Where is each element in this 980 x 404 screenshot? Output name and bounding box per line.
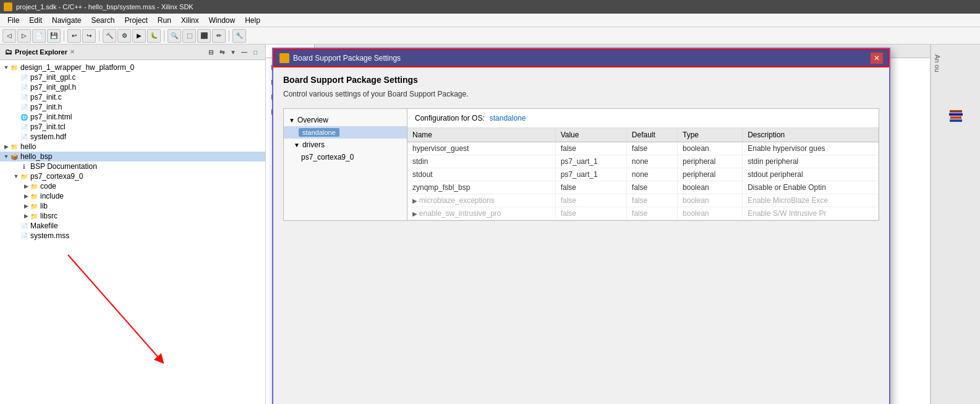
minimize-btn[interactable]: —	[239, 47, 249, 57]
tree-item-system-hdf[interactable]: ▶ 📄 system.hdf	[0, 132, 265, 142]
filter-btn[interactable]: ▼	[228, 47, 238, 57]
tree-label-libsrc: libsrc	[40, 212, 58, 220]
config-table-row-5[interactable]: ▶ enable_sw_intrusive_profalsefalseboole…	[407, 207, 879, 220]
row-default-2: none	[626, 168, 677, 181]
row-value-5: false	[555, 207, 626, 220]
tree-label-makefile: Makefile	[30, 221, 58, 230]
menu-run[interactable]: Run	[153, 15, 176, 26]
config-table-row-0[interactable]: hypervisor_guestfalsefalsebooleanEnable …	[407, 142, 879, 155]
right-panel-icons	[934, 97, 978, 122]
link-btn[interactable]: ⇆	[217, 47, 227, 57]
tree-label-include: include	[40, 192, 64, 200]
toolbar-btn-4[interactable]: 💾	[47, 29, 61, 43]
toolbar-btn-3[interactable]: 📄	[32, 29, 46, 43]
menu-navigate[interactable]: Navigate	[47, 15, 86, 26]
toolbar-btn-2[interactable]: ▷	[17, 29, 31, 43]
toolbar-btn-15[interactable]: 🔧	[232, 29, 246, 43]
menu-help[interactable]: Help	[240, 15, 265, 26]
tree-item-system-mss[interactable]: ▶ 📄 system.mss	[0, 231, 265, 241]
overview-arrow: ▼	[289, 117, 295, 124]
toolbar-btn-1[interactable]: ◁	[2, 29, 16, 43]
toolbar-btn-8[interactable]: ⚙	[117, 29, 131, 43]
drivers-arrow: ▼	[294, 142, 300, 148]
drivers-label: drivers	[302, 140, 325, 149]
row-value-4: false	[555, 194, 626, 207]
tree-item-include[interactable]: ▶ 📁 include	[0, 191, 265, 201]
row-name-0: hypervisor_guest	[407, 142, 555, 155]
menu-project[interactable]: Project	[119, 15, 152, 26]
tree-item-ps7-gpl-c[interactable]: ▶ 📄 ps7_init_gpl.c	[0, 72, 265, 82]
file-icon-system-hdf: 📄	[20, 132, 28, 141]
row-desc-4: Enable MicroBlaze Exce	[743, 194, 879, 207]
file-icon-ps7-gpl-h: 📄	[20, 83, 28, 92]
tree-label-ps7-init-h: ps7_init.h	[30, 103, 62, 111]
dialog-title-left: Board Support Package Settings	[279, 53, 401, 63]
config-table-body: hypervisor_guestfalsefalsebooleanEnable …	[407, 142, 879, 220]
tree-item-ps7-init-html[interactable]: ▶ 🌐 ps7_init.html	[0, 112, 265, 122]
project-icon-design: 📁	[10, 63, 19, 72]
row-name-3: zynqmp_fsbl_bsp	[407, 181, 555, 194]
config-table: Name Value Default Type Description hype…	[407, 128, 879, 220]
toolbar-btn-5[interactable]: ↩	[67, 29, 81, 43]
tree-item-ps7-init-tcl[interactable]: ▶ 📄 ps7_init.tcl	[0, 122, 265, 132]
menu-window[interactable]: Window	[204, 15, 241, 26]
config-table-header-row: Name Value Default Type Description	[407, 128, 879, 142]
row-default-3: false	[626, 181, 677, 194]
tree-item-makefile[interactable]: ▶ 📄 Makefile	[0, 221, 265, 231]
collapse-all-btn[interactable]: ⊟	[206, 47, 216, 57]
tree-item-design-wrapper[interactable]: ▼ 📁 design_1_wrapper_hw_platform_0	[0, 62, 265, 72]
tree-item-ps7-gpl-h[interactable]: ▶ 📄 ps7_init_gpl.h	[0, 82, 265, 92]
toolbar-btn-14[interactable]: ✏	[212, 29, 226, 43]
ps7-label: ps7_cortexa9_0	[301, 153, 354, 161]
menu-edit[interactable]: Edit	[24, 15, 47, 26]
tree-item-ps7-init-c[interactable]: ▶ 📄 ps7_init.c	[0, 92, 265, 102]
tree-label-code: code	[40, 182, 56, 191]
config-table-row-3[interactable]: zynqmp_fsbl_bspfalsefalsebooleanDisable …	[407, 181, 879, 194]
menu-search[interactable]: Search	[86, 15, 119, 26]
folder-icon-libsrc: 📁	[30, 212, 38, 220]
menu-file[interactable]: File	[2, 15, 24, 26]
row-desc-0: Enable hypervisor gues	[743, 142, 879, 155]
row-default-1: none	[626, 155, 677, 168]
menu-xilinx[interactable]: Xilinx	[176, 15, 204, 26]
toolbar-btn-10[interactable]: 🐛	[147, 29, 161, 43]
tree-label-ps7-cortexa9: ps7_cortexa9_0	[30, 172, 83, 181]
panel-close-x[interactable]: ✕	[70, 49, 75, 55]
tree-item-libsrc[interactable]: ▶ 📁 libsrc	[0, 211, 265, 221]
toolbar-btn-6[interactable]: ↪	[82, 29, 96, 43]
toolbar-btn-13[interactable]: ⬛	[197, 29, 211, 43]
tree-label-lib: lib	[40, 202, 48, 210]
maximize-btn[interactable]: □	[250, 47, 260, 57]
tree-item-lib[interactable]: ▶ 📁 lib	[0, 201, 265, 211]
toolbar-btn-11[interactable]: 🔍	[168, 29, 181, 43]
dialog-tree-drivers[interactable]: ▼ drivers	[284, 139, 407, 151]
toolbar: ◁ ▷ 📄 💾 ↩ ↪ 🔨 ⚙ ▶ 🐛 🔍 ⬚ ⬛ ✏ 🔧	[0, 27, 980, 45]
tree-item-bsp-doc[interactable]: ▶ ℹ BSP Documentation	[0, 161, 265, 171]
tree-item-ps7-cortexa9[interactable]: ▼ 📁 ps7_cortexa9_0	[0, 171, 265, 181]
tree-item-hello[interactable]: ▶ 📁 hello	[0, 142, 265, 152]
toolbar-btn-9[interactable]: ▶	[132, 29, 146, 43]
dialog-close-button[interactable]: ✕	[871, 53, 883, 64]
dialog-subtitle: Control various settings of your Board S…	[283, 90, 879, 98]
tree-label-bsp-doc: BSP Documentation	[30, 162, 97, 171]
tree-item-ps7-init-h[interactable]: ▶ 📄 ps7_init.h	[0, 102, 265, 112]
toolbar-btn-7[interactable]: 🔨	[103, 29, 116, 43]
title-bar: project_1.sdk - C/C++ - hello_bsp/system…	[0, 0, 980, 14]
dialog-tree-overview[interactable]: ▼ Overview	[284, 114, 407, 126]
row-value-2: ps7_uart_1	[555, 168, 626, 181]
tree-label-system-mss: system.mss	[30, 231, 69, 240]
row-type-5: boolean	[678, 207, 743, 220]
tree-item-code[interactable]: ▶ 📁 code	[0, 181, 265, 191]
col-type: Type	[678, 128, 743, 142]
dialog-content: ▼ Overview standalone ▼ drivers ps7_cort…	[283, 108, 879, 221]
dialog-tree-ps7[interactable]: ps7_cortexa9_0	[284, 151, 407, 163]
config-os-link[interactable]: standalone	[490, 114, 526, 122]
main-layout: 🗂 Project Explorer ✕ ⊟ ⇆ ▼ — □ ▼ 📁 desig…	[0, 45, 980, 404]
toolbar-btn-12[interactable]: ⬚	[182, 29, 196, 43]
dialog-tree-standalone[interactable]: standalone	[284, 126, 407, 139]
tree-item-hello-bsp[interactable]: ▼ 📦 hello_bsp	[0, 152, 265, 161]
row-name-2: stdout	[407, 168, 555, 181]
config-table-row-4[interactable]: ▶ microblaze_exceptionsfalsefalseboolean…	[407, 194, 879, 207]
config-table-row-2[interactable]: stdoutps7_uart_1noneperipheralstdout per…	[407, 168, 879, 181]
config-table-row-1[interactable]: stdinps7_uart_1noneperipheralstdin perip…	[407, 155, 879, 168]
